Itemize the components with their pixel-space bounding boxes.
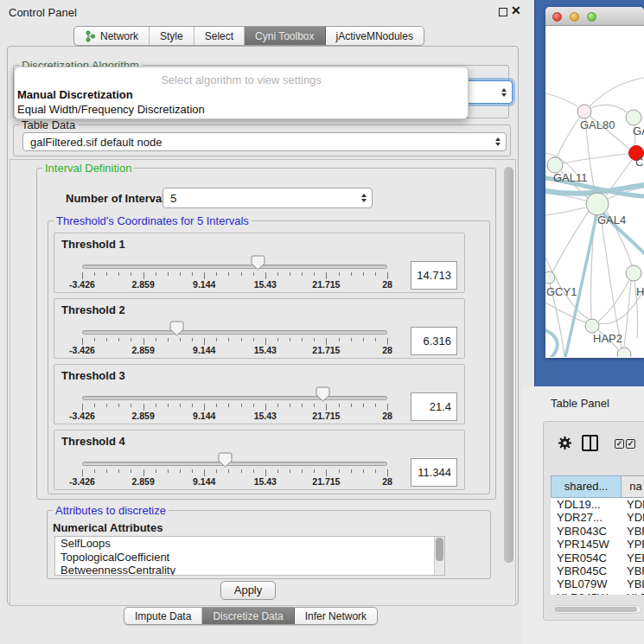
cell-name[interactable]: YER0 — [622, 552, 644, 564]
algorithm-option-manual-discretization[interactable]: Manual Discretization — [17, 88, 133, 101]
table-row[interactable]: YBL079WYBL0 — [551, 577, 644, 590]
cell-shared-name[interactable]: YDL19... — [551, 498, 622, 511]
attributes-scrollbar[interactable] — [434, 537, 444, 575]
tick-label: 15.43 — [254, 345, 277, 355]
cell-shared-name[interactable]: YBR043C — [551, 525, 622, 538]
close-traffic-light-icon[interactable] — [552, 12, 562, 22]
threshold-value-field[interactable]: 6.316 — [411, 327, 457, 355]
tick-label: 21.715 — [312, 345, 340, 355]
slider-track[interactable] — [82, 330, 387, 335]
gear-icon[interactable] — [558, 436, 572, 450]
cell-name[interactable]: YBR0 — [622, 564, 644, 577]
threshold-value-field[interactable]: 11.344 — [411, 458, 457, 487]
node-top-right[interactable] — [626, 110, 641, 125]
table-horizontal-scrollbar[interactable] — [552, 605, 641, 614]
node-right-mid[interactable] — [626, 265, 641, 281]
scrollbar-thumb[interactable] — [436, 538, 443, 561]
zoom-traffic-light-icon[interactable] — [587, 12, 596, 22]
slider-track[interactable] — [82, 462, 387, 466]
cell-shared-name[interactable]: YLR345W — [551, 591, 622, 595]
table-data-select[interactable]: galFiltered.sif default node — [22, 132, 507, 151]
column-header-name[interactable]: na — [622, 475, 644, 498]
slider-thumb[interactable] — [169, 321, 184, 339]
table-row[interactable]: YDR27...YDR2 — [551, 511, 644, 524]
cell-shared-name[interactable]: YBL079W — [551, 577, 622, 590]
tick-label: -3.426 — [69, 345, 95, 355]
settings-scroll-area: Interval Definition Number of Intervals … — [10, 159, 516, 606]
table-row[interactable]: YER054CYER0 — [551, 552, 644, 564]
float-window-icon[interactable] — [499, 8, 507, 16]
interval-definition-group: Interval Definition Number of Intervals … — [36, 168, 496, 500]
minimize-traffic-light-icon[interactable] — [570, 12, 579, 22]
slider-thumb[interactable] — [316, 386, 330, 405]
table-panel: ✓ ✓ shared... na YDL19...YDL1YDR27...YDR… — [543, 421, 644, 621]
slider-thumb[interactable] — [251, 255, 265, 273]
scrollbar-thumb[interactable] — [504, 167, 513, 563]
number-of-intervals-value: 5 — [170, 192, 176, 205]
threshold-3-box: Threshold 3-3.4262.8599.14415.4321.71528… — [54, 364, 465, 424]
number-of-intervals-select[interactable]: 5 — [163, 188, 373, 208]
tab-label: Select — [205, 30, 233, 42]
network-window-titlebar[interactable] — [545, 7, 644, 26]
attribute-item-selfloops[interactable]: SelfLoops — [55, 537, 444, 551]
attribute-item-topologicalcoefficient[interactable]: TopologicalCoefficient — [55, 551, 444, 564]
node-hap2[interactable] — [585, 319, 599, 333]
table-data-label: Table Data — [19, 118, 78, 131]
tick-label: 2.859 — [131, 476, 154, 487]
node-label-hap2: HAP2 — [593, 332, 622, 345]
scrollbar-thumb[interactable] — [554, 607, 637, 612]
table-row[interactable]: YBR043CYBR0 — [551, 525, 644, 538]
node-gcy1[interactable] — [545, 271, 555, 284]
cell-name[interactable]: YDR2 — [622, 511, 644, 524]
close-icon[interactable]: ✕ — [511, 3, 521, 17]
tick-label: 28 — [382, 411, 392, 421]
tab-cyni-toolbox[interactable]: Cyni Toolbox — [245, 27, 325, 45]
checkbox-icon[interactable]: ✓ — [626, 439, 635, 449]
cell-name[interactable]: YLR3 — [622, 591, 644, 595]
algorithm-placeholder: Select algorithm to view settings — [15, 73, 468, 86]
network-window: GAL80 GA C GAL11 GAL4 GCY1 H HAP2 — [545, 7, 644, 358]
tick-label: -3.426 — [69, 476, 95, 487]
table-body: YDL19...YDL1YDR27...YDR2YBR043CYBR0YPR14… — [551, 498, 644, 595]
attribute-item-betweennesscentrality[interactable]: BetweennessCentrality — [55, 564, 444, 576]
tab-network[interactable]: Network — [74, 27, 150, 45]
split-table-icon[interactable] — [582, 435, 598, 451]
algorithm-dropdown-popup: Select algorithm to view settings Manual… — [14, 67, 469, 119]
cell-name[interactable]: YDL1 — [622, 498, 644, 511]
column-header-shared-name[interactable]: shared... — [551, 475, 622, 498]
numerical-attributes-list[interactable]: SelfLoopsTopologicalCoefficientBetweenne… — [54, 536, 445, 576]
cell-shared-name[interactable]: YPR145W — [551, 538, 622, 551]
tab-infer-network[interactable]: Infer Network — [295, 608, 377, 624]
algorithm-option-equal-width-frequency-discretization[interactable]: Equal Width/Frequency Discretization — [17, 103, 205, 116]
table-row[interactable]: YPR145WYPR1 — [551, 538, 644, 551]
table-row[interactable]: YDL19...YDL1 — [551, 498, 644, 511]
tab-label: Cyni Toolbox — [255, 30, 314, 42]
tab-jactivemnodules[interactable]: jActiveMNodules — [326, 27, 424, 45]
node-gal4[interactable] — [586, 193, 609, 215]
tick-label: 2.859 — [131, 345, 154, 355]
cell-shared-name[interactable]: YER054C — [551, 552, 622, 564]
cell-name[interactable]: YBL0 — [622, 577, 644, 590]
cell-shared-name[interactable]: YBR045C — [551, 564, 622, 577]
threshold-value-field[interactable]: 14.713 — [411, 261, 457, 290]
slider-thumb[interactable] — [218, 452, 233, 470]
node-gal80[interactable] — [577, 105, 591, 118]
table-row[interactable]: YLR345WYLR3 — [551, 591, 644, 595]
checkbox-icon[interactable]: ✓ — [615, 439, 624, 449]
threshold-value-field[interactable]: 21.4 — [411, 392, 457, 421]
node-bottom[interactable] — [617, 348, 631, 357]
cell-name[interactable]: YPR1 — [622, 538, 644, 551]
node-label-right-mid: H — [636, 285, 644, 298]
cell-name[interactable]: YBR0 — [622, 525, 644, 538]
table-row[interactable]: YBR045CYBR0 — [551, 564, 644, 577]
slider-track[interactable] — [82, 396, 387, 400]
tab-discretize-data[interactable]: Discretize Data — [202, 608, 294, 624]
network-canvas[interactable]: GAL80 GA C GAL11 GAL4 GCY1 H HAP2 — [545, 26, 644, 357]
slider-track[interactable] — [82, 265, 387, 269]
apply-button[interactable]: Apply — [220, 581, 276, 600]
tab-select[interactable]: Select — [194, 27, 245, 45]
interval-definition-label: Interval Definition — [42, 162, 134, 175]
tab-impute-data[interactable]: Impute Data — [124, 608, 202, 624]
cell-shared-name[interactable]: YDR27... — [551, 511, 622, 524]
tab-style[interactable]: Style — [150, 27, 194, 45]
